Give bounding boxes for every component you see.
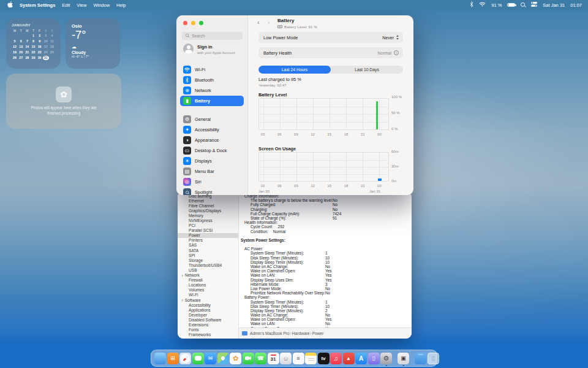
sysinfo-item-frameworks[interactable]: Frameworks [178,332,238,337]
sysinfo-item-graphics-displays[interactable]: Graphics/Displays [178,208,238,213]
desktop: System Settings EditViewWindowHelp 91 % … [0,0,588,368]
sysinfo-item-ethernet[interactable]: Ethernet [178,198,238,203]
calendar-widget[interactable]: JANUARY MTWTFSS 123456789101112131415161… [6,18,61,69]
sysinfo-item-applications[interactable]: Applications [178,307,238,312]
info-icon[interactable]: i [394,50,399,55]
sidebar-item-wi-fi[interactable]: Wi-Fi [180,64,244,75]
wifi-icon[interactable] [479,2,486,8]
sysinfo-item-software[interactable]: ∨Software [178,297,238,302]
sysinfo-item-nvmexpress[interactable]: NVMExpress [178,218,238,223]
x-tick-label: 03 [261,132,265,136]
reminders-icon[interactable]: ≡ [293,353,304,364]
sysinfo-item-locations[interactable]: Locations [178,283,238,288]
phone-icon[interactable]: ☎ [255,353,266,364]
back-button[interactable]: ‹ [257,19,260,26]
sidebar-item-bluetooth[interactable]: Bluetooth [180,75,244,85]
calendar-icon[interactable]: 31 [268,353,279,364]
menu-date[interactable]: Sat Jan 31 [543,2,565,8]
safari-icon[interactable] [179,353,191,364]
sidebar-item-appearance[interactable]: ◑Appearance [180,135,244,145]
bluetooth-icon[interactable] [470,1,473,9]
sysinfo-item-network[interactable]: ∨Network [178,273,238,278]
iphone-mirroring-icon[interactable]: ▯ [368,353,380,364]
sysinfo-item-volumes[interactable]: Volumes [178,288,238,293]
menu-app-name[interactable]: System Settings [20,2,55,8]
sidebar-item-displays[interactable]: ☀Displays [180,156,244,166]
tab-last-24-hours[interactable]: Last 24 Hours [258,66,331,74]
close-button[interactable] [183,21,187,25]
apple-icon[interactable] [7,1,13,9]
system-settings-icon[interactable]: ⚙ [380,353,392,364]
chevron-down-icon[interactable]: ∨ [181,298,184,302]
search-input[interactable]: Search [182,32,243,40]
photos-widget[interactable]: ✿ Photos will appear here when they are … [6,74,121,129]
sysinfo-item-fonts[interactable]: Fonts [178,328,238,332]
sidebar-item-siri[interactable]: ◎Siri [180,177,244,187]
sidebar-item-accessibility[interactable]: ✦Accessibility [180,125,244,135]
chevron-down-icon[interactable]: ∨ [181,274,184,277]
menu-time[interactable]: 01:07 [570,2,582,8]
sysinfo-item-extensions[interactable]: Extensions [178,322,238,327]
sysinfo-item-spi[interactable]: SPI [178,253,238,258]
appstore-icon[interactable]: A [355,353,367,364]
mail-icon[interactable]: ✉ [205,353,216,364]
system-information-icon[interactable]: ▣ [398,353,409,364]
sidebar-item-desktop-dock[interactable]: ▭Desktop & Dock [180,145,244,156]
sysinfo-item-fibre-channel[interactable]: Fibre Channel [178,203,238,208]
facetime-icon[interactable] [243,353,254,364]
sysinfo-item-sas[interactable]: SAS [178,243,238,248]
tab-last-10-days[interactable]: Last 10 Days [331,66,403,74]
notes-icon[interactable] [305,353,317,364]
sidebar-item-battery[interactable]: ▮Battery [180,96,244,106]
battery-icon[interactable] [507,3,515,7]
sidebar-item-spotlight[interactable]: Spotlight [180,187,244,195]
breadcrumb-separator: › [290,331,292,335]
menu-edit[interactable]: Edit [62,2,70,8]
sysinfo-item-usb[interactable]: USB [178,267,238,272]
menu-window[interactable]: Window [93,2,110,8]
breadcrumb-item-power[interactable]: Power [312,331,324,335]
breadcrumb-item-hardware[interactable]: Hardware [292,331,310,335]
sysinfo-item-wi-fi[interactable]: Wi-Fi [178,293,238,297]
calculator-icon[interactable]: ⊞ [167,353,179,364]
sysinfo-line: Display Sleep Timer (Minutes):10 [239,260,412,264]
sysinfo-item-accessibility[interactable]: Accessibility [178,302,238,307]
sysinfo-item-sata[interactable]: SATA [178,248,238,253]
low-power-mode-dropdown[interactable] [396,35,399,40]
rocket-icon[interactable]: ▲ [343,353,355,364]
sysinfo-item-printers[interactable]: Printers [178,238,238,243]
sysinfo-item-memory[interactable]: Memory [178,213,238,218]
sysinfo-item-thunderbolt-usb4[interactable]: Thunderbolt/USB4 [178,263,238,267]
sign-in-row[interactable]: Sign in with your Apple Account [183,44,235,55]
menu-help[interactable]: Help [116,2,126,8]
sysinfo-item-pci[interactable]: PCI [178,223,238,228]
finder-icon[interactable] [154,353,166,364]
weather-widget[interactable]: Oslo -7° ☁ Cloudy H:-6° L:-7° [66,18,120,69]
minimize-button[interactable] [191,21,195,25]
sysinfo-value: Yes [325,269,331,273]
cloud-icon: ☁ [72,45,114,50]
breadcrumb-item-admin-s-macbook-pro[interactable]: Admin's MacBook Pro [250,331,290,335]
sysinfo-item-disabled-software[interactable]: Disabled Software [178,317,238,322]
sidebar-item-network[interactable]: ⊕Network [180,85,244,96]
spotlight-search-icon[interactable] [521,2,526,7]
downloads-icon[interactable] [415,353,426,364]
sysinfo-item-developer[interactable]: Developer [178,312,238,317]
trash-icon[interactable]: ▯ [428,353,439,364]
zoom-button[interactable] [199,21,203,25]
photos-icon[interactable]: ✿ [230,353,241,364]
tv-icon[interactable]: tv [318,353,330,364]
menu-view[interactable]: View [77,2,86,8]
control-center-icon[interactable] [531,2,537,8]
messages-icon[interactable] [192,353,204,364]
contacts-icon[interactable]: ☺ [280,353,292,364]
maps-icon[interactable] [217,353,229,364]
music-icon[interactable]: ♫ [330,353,342,364]
forward-button[interactable]: › [268,19,270,26]
sidebar-item-general[interactable]: ⚙General [180,114,244,125]
sidebar-item-menu-bar[interactable]: ▤Menu Bar [180,166,244,177]
sysinfo-item-storage[interactable]: Storage [178,258,238,263]
sysinfo-item-firewall[interactable]: Firewall [178,278,238,283]
sysinfo-item-power[interactable]: Power [178,233,238,238]
sysinfo-item-parallel-scsi[interactable]: Parallel SCSI [178,228,238,233]
